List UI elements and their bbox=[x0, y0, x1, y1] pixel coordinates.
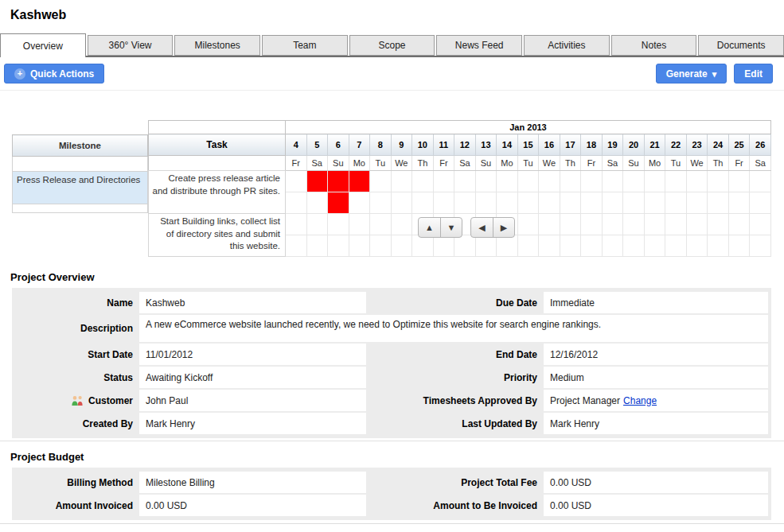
gantt-grid-cell bbox=[708, 214, 729, 235]
gantt-grid-cell bbox=[728, 235, 750, 257]
gantt-grid-cell bbox=[728, 171, 750, 192]
gantt-grid-cell bbox=[581, 235, 603, 257]
field-value-amount-invoiced: 0.00 USD bbox=[139, 495, 366, 516]
quick-actions-button[interactable]: Quick Actions bbox=[4, 64, 104, 83]
gantt-grid-cell bbox=[602, 192, 623, 214]
gantt-grid-cell bbox=[560, 171, 581, 192]
gantt-grid-cell bbox=[306, 235, 328, 257]
gantt-date-23: 23 bbox=[686, 134, 708, 156]
up-arrow-icon bbox=[425, 223, 434, 232]
gantt-scroll-down-button[interactable] bbox=[440, 218, 462, 237]
gantt-grid-cell bbox=[708, 235, 729, 257]
gantt-corner-cell bbox=[149, 121, 286, 134]
gantt-grid-cell bbox=[286, 214, 307, 235]
gantt-scroll-up-button[interactable] bbox=[419, 218, 440, 237]
gantt-bar-cell[interactable] bbox=[328, 171, 349, 192]
tab-overview[interactable]: Overview bbox=[0, 33, 86, 57]
page-title: Kashweb bbox=[0, 0, 784, 27]
gantt-grid-cell bbox=[750, 214, 771, 235]
gantt-date-11: 11 bbox=[433, 134, 454, 156]
gantt-date-26: 26 bbox=[750, 134, 771, 156]
gantt-grid-cell bbox=[370, 214, 392, 235]
gantt-task-label: Start Building links, collect list of di… bbox=[149, 214, 286, 257]
gantt-date-9: 9 bbox=[391, 134, 412, 156]
gantt-grid-cell bbox=[391, 171, 412, 192]
field-label-end-date: End Date bbox=[366, 344, 544, 365]
tab-scope[interactable]: Scope bbox=[349, 35, 435, 56]
gantt-grid-cell bbox=[539, 214, 560, 235]
generate-button[interactable]: Generate bbox=[656, 64, 727, 83]
field-value-description: A new eCommerce website launched recentl… bbox=[139, 315, 768, 342]
tab-bar: Overview360° ViewMilestonesTeamScopeNews… bbox=[0, 33, 784, 57]
gantt-grid-cell bbox=[644, 214, 665, 235]
gantt-grid-cell bbox=[433, 235, 454, 257]
left-arrow-icon bbox=[478, 223, 485, 232]
gantt-date-7: 7 bbox=[349, 134, 370, 156]
tab-team[interactable]: Team bbox=[262, 35, 348, 56]
field-value-last-updated-by: Mark Henry bbox=[544, 413, 768, 434]
toolbar: Quick Actions Generate Edit bbox=[0, 57, 784, 91]
tab-notes[interactable]: Notes bbox=[611, 35, 697, 56]
gantt-scroll-right-button[interactable] bbox=[493, 218, 514, 237]
field-value-amount-to-be-invoiced: 0.00 USD bbox=[544, 495, 768, 516]
field-value-created-by: Mark Henry bbox=[139, 413, 366, 434]
field-label-project-total-fee: Project Total Fee bbox=[366, 472, 544, 493]
gantt-dow-26: Sa bbox=[750, 156, 771, 171]
tab-activities[interactable]: Activities bbox=[524, 35, 610, 56]
tab-documents[interactable]: Documents bbox=[698, 35, 784, 56]
field-value-due-date: Immediate bbox=[544, 292, 768, 313]
gantt-grid-cell bbox=[539, 235, 560, 257]
gantt-grid-cell bbox=[665, 214, 687, 235]
gantt-grid-cell bbox=[686, 192, 708, 214]
field-label-priority: Priority bbox=[366, 367, 544, 388]
gantt-bar-cell[interactable] bbox=[328, 192, 349, 214]
edit-button[interactable]: Edit bbox=[734, 64, 773, 83]
field-value-timesheets-approved-by: Project ManagerChange bbox=[544, 390, 768, 411]
milestone-name-cell[interactable]: Press Release and Directories bbox=[13, 172, 148, 204]
plus-circle-icon bbox=[14, 68, 25, 80]
field-row: Created ByMark HenryLast Updated ByMark … bbox=[12, 413, 771, 434]
gantt-grid-cell bbox=[602, 171, 623, 192]
field-label-amount-invoiced: Amount Invoiced bbox=[12, 495, 139, 516]
field-label-created-by: Created By bbox=[12, 413, 139, 434]
change-link[interactable]: Change bbox=[623, 395, 657, 406]
tab-milestones[interactable]: Milestones bbox=[174, 35, 260, 56]
field-label-due-date: Due Date bbox=[366, 292, 544, 313]
gantt-grid-cell bbox=[349, 214, 370, 235]
gantt-date-4: 4 bbox=[286, 134, 307, 156]
gantt-chart: Milestone Press Release and Directories … bbox=[12, 120, 771, 262]
gantt-grid-cell bbox=[370, 192, 392, 214]
gantt-bar-cell[interactable] bbox=[306, 171, 328, 192]
gantt-dow-5: Sa bbox=[306, 156, 328, 171]
generate-label: Generate bbox=[666, 68, 708, 80]
gantt-grid-cell bbox=[306, 214, 328, 235]
gantt-milestone-table: Milestone Press Release and Directories bbox=[12, 134, 148, 213]
tab-news-feed[interactable]: News Feed bbox=[436, 35, 522, 56]
gantt-grid-cell bbox=[328, 235, 349, 257]
gantt-grid-cell bbox=[539, 192, 560, 214]
gantt-dow-7: Mo bbox=[349, 156, 370, 171]
gantt-grid-cell bbox=[581, 214, 603, 235]
milestone-empty-row bbox=[13, 157, 148, 172]
field-value-billing-method: Milestone Billing bbox=[139, 472, 366, 493]
field-value-start-date: 11/01/2012 bbox=[139, 344, 366, 365]
gantt-grid-cell bbox=[602, 214, 623, 235]
gantt-task-label: Create press release article and distrib… bbox=[149, 171, 286, 214]
gantt-dow-10: Th bbox=[412, 156, 434, 171]
tab-360-view[interactable]: 360° View bbox=[88, 35, 174, 56]
overview-fields: NameKashwebDue DateImmediateDescriptionA… bbox=[12, 288, 771, 438]
gantt-scroll-left-button[interactable] bbox=[471, 218, 493, 237]
gantt-grid-cell bbox=[539, 171, 560, 192]
field-row: Start Date11/01/2012End Date12/16/2012 bbox=[12, 344, 771, 365]
gantt-bar-cell[interactable] bbox=[349, 171, 370, 192]
gantt-date-19: 19 bbox=[602, 134, 623, 156]
gantt-grid-cell bbox=[433, 171, 454, 192]
edit-label: Edit bbox=[744, 68, 763, 80]
gantt-grid-cell bbox=[349, 192, 370, 214]
field-label-name: Name bbox=[12, 292, 139, 313]
budget-section-title: Project Budget bbox=[10, 451, 784, 463]
gantt-dow-25: Fr bbox=[728, 156, 750, 171]
gantt-grid-cell bbox=[370, 235, 392, 257]
gantt-date-18: 18 bbox=[581, 134, 603, 156]
gantt-date-8: 8 bbox=[370, 134, 392, 156]
